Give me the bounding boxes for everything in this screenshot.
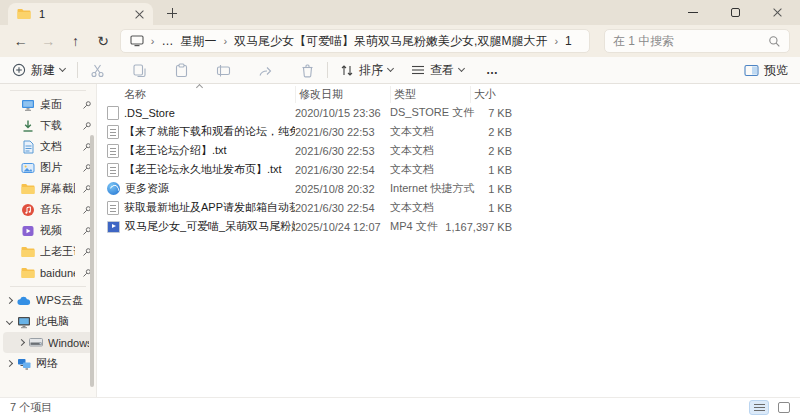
file-row[interactable]: 获取最新地址及APP请发邮箱自动获取.txt 2021/6/30 22:54 文… [97,198,800,217]
up-button[interactable]: ↑ [65,33,86,49]
column-header-size[interactable]: 大小 [470,86,512,103]
close-icon [773,8,782,17]
column-header-name[interactable]: 名称 [97,87,295,102]
text-file-icon [107,201,119,215]
new-tab-button[interactable] [159,3,185,23]
file-date: 2021/6/30 22:54 [295,202,390,214]
file-date: 2021/6/30 22:54 [295,164,390,176]
text-file-icon [107,144,119,158]
desktop-icon [21,98,35,112]
forward-button[interactable]: → [37,33,58,49]
view-button-label: 查看 [430,62,454,79]
file-name: 获取最新地址及APP请发邮箱自动获取.txt [124,200,295,215]
document-icon [21,140,35,154]
chevron-right-icon[interactable] [6,360,13,367]
title-bar: 1 [0,0,800,25]
sidebar-item-wps-cloud[interactable]: WPS云盘 [0,290,96,311]
clipboard-actions [90,63,315,78]
file-date: 2021/6/30 22:53 [295,145,390,157]
details-view-button[interactable] [749,400,769,415]
explorer-tab[interactable]: 1 [8,3,153,25]
pictures-icon [21,161,35,175]
delete-icon[interactable] [300,63,315,78]
file-row[interactable]: 双马尾少女_可爱喵_呆萌双马尾粉嫩美少女,双... 2025/10/24 12:… [97,217,800,236]
column-header-type[interactable]: 类型 [390,86,470,103]
file-name: 更多资源 [125,181,169,196]
preview-toggle-button[interactable]: 预览 [744,62,788,79]
file-list: 名称 修改日期 类型 大小 .DS_Store 2020/10/15 23:36… [97,84,800,397]
file-row[interactable]: 【来了就能下载和观看的论坛，纯免费！】.txt 2021/6/30 22:53 … [97,122,800,141]
view-lines-icon [411,64,425,76]
search-box[interactable] [604,29,790,53]
sort-arrows-icon [340,64,354,77]
sidebar-item-pictures[interactable]: 图片 [0,157,96,178]
video-file-icon [107,221,120,233]
file-generic-icon [107,106,119,120]
large-icons-view-button[interactable] [778,402,790,413]
pc-icon [17,315,31,329]
maximize-button[interactable] [726,3,744,21]
breadcrumb-ellipsis[interactable]: … [161,34,173,48]
copy-icon[interactable] [132,63,147,78]
paste-icon[interactable] [174,63,189,78]
sidebar-item-documents[interactable]: 文档 [0,136,96,157]
file-size: 1 KB [470,164,512,176]
minimize-button[interactable] [684,3,702,21]
cut-icon[interactable] [90,63,105,78]
view-toggles [749,400,790,415]
column-header-date[interactable]: 修改日期 [295,86,390,103]
command-bar: 新建 排序 查看 … 预览 [0,57,800,84]
file-type: Internet 快捷方式 [390,181,470,196]
file-date: 2025/10/8 20:32 [295,183,390,195]
rename-icon[interactable] [216,63,231,78]
tab-close-icon[interactable] [135,10,144,19]
refresh-button[interactable]: ↻ [92,33,113,49]
breadcrumb-segment[interactable]: 星期一 [180,33,216,50]
sidebar-scrollbar[interactable] [90,135,94,387]
text-file-icon [107,125,119,139]
sidebar-item-folder[interactable]: baidunetdisl [0,262,96,283]
sort-button[interactable]: 排序 [340,62,393,79]
new-button[interactable]: 新建 [12,62,65,79]
sidebar-item-folder[interactable]: 上老王论坛当 [0,241,96,262]
music-icon [21,203,35,217]
see-more-button[interactable]: … [486,63,499,77]
share-icon[interactable] [258,63,273,78]
navigation-bar: ← → ↑ ↻ › … 星期一 › 双马尾少女【可爱喵】呆萌双马尾粉嫩美少女,双… [0,25,800,57]
file-row[interactable]: 【老王论坛永久地址发布页】.txt 2021/6/30 22:54 文本文档 1… [97,160,800,179]
sidebar-item-videos[interactable]: 视频 [0,220,96,241]
file-row[interactable]: .DS_Store 2020/10/15 23:36 DS_STORE 文件 7… [97,103,800,122]
file-date: 2020/10/15 23:36 [295,107,390,119]
file-size: 1 KB [470,202,512,214]
pin-icon [82,121,92,131]
file-name: 【老王论坛永久地址发布页】.txt [124,162,282,177]
file-type: 文本文档 [390,124,470,139]
toolbar-divider [77,62,78,78]
address-bar[interactable]: › … 星期一 › 双马尾少女【可爱喵】呆萌双马尾粉嫩美少女,双腿M腿大开 › … [120,29,590,53]
file-type: 文本文档 [390,143,470,158]
sidebar-item-downloads[interactable]: 下载 [0,115,96,136]
chevron-right-icon[interactable] [18,339,25,346]
file-row[interactable]: 【老王论坛介绍】.txt 2021/6/30 22:53 文本文档 2 KB [97,141,800,160]
chevron-right-icon[interactable] [6,297,13,304]
close-button[interactable] [768,3,786,21]
file-name: 【老王论坛介绍】.txt [124,143,227,158]
file-row[interactable]: 更多资源 2025/10/8 20:32 Internet 快捷方式 1 KB [97,179,800,198]
sidebar-item-this-pc[interactable]: 此电脑 [0,311,96,332]
folder-icon [21,245,35,259]
chevron-down-icon[interactable] [6,318,13,325]
breadcrumb-segment[interactable]: 双马尾少女【可爱喵】呆萌双马尾粉嫩美少女,双腿M腿大开 [234,33,547,50]
breadcrumb-separator: › [151,35,155,47]
sidebar-divider [10,90,86,91]
sidebar-item-network[interactable]: 网络 [0,353,96,374]
back-button[interactable]: ← [10,33,31,49]
minimize-icon [688,12,698,13]
sidebar-item-music[interactable]: 音乐 [0,199,96,220]
view-button[interactable]: 查看 [411,62,464,79]
sidebar-item-screenshots[interactable]: 屏幕截图 [0,178,96,199]
breadcrumb-segment[interactable]: 1 [565,34,572,48]
sidebar-item-windows-ssd[interactable]: Windows-SSD [3,332,93,353]
sidebar-item-desktop[interactable]: 桌面 [0,94,96,115]
search-input[interactable] [613,34,768,48]
drive-icon [29,336,43,350]
